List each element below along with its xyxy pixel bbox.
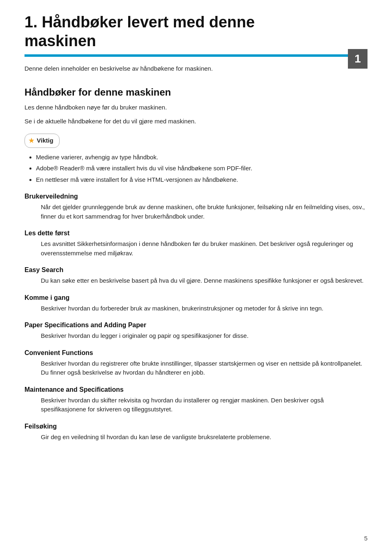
entry-title-5: Paper Specifications and Adding Paper: [24, 320, 368, 330]
chapter-title-line1: 1. Håndbøker levert med denne: [24, 13, 255, 31]
entry-les-dette-forst: Les dette først Les avsnittet Sikkerhets…: [24, 228, 368, 258]
entry-easy-search: Easy Search Du kan søke etter en beskriv…: [24, 265, 368, 286]
chapter-title-line2: maskinen: [24, 32, 96, 49]
entry-title-4: Komme i gang: [24, 293, 368, 303]
bullet-item-2: Adobe® Reader® må være installert hvis d…: [36, 164, 368, 173]
entry-body-2: Les avsnittet Sikkerhetsinformasjon i de…: [24, 239, 368, 258]
entry-body-1: Når det gjelder grunnleggende bruk av de…: [24, 203, 368, 221]
viktig-box: ★ Viktig: [24, 134, 60, 148]
section-note: Se i de aktuelle håndbøkene for det du v…: [24, 117, 368, 126]
bullet-list: Mediene varierer, avhengig av type håndb…: [36, 153, 368, 185]
bullet-item-3: En nettleser må være installert for å vi…: [36, 175, 368, 185]
entry-title-1: Brukerveiledning: [24, 192, 368, 201]
entry-title-6: Convenient Functions: [24, 348, 368, 358]
page-container: 1. Håndbøker levert med denne maskinen D…: [0, 0, 392, 556]
entry-title-7: Maintenance and Specifications: [24, 385, 368, 395]
entry-title-8: Feilsøking: [24, 422, 368, 431]
entry-body-5: Beskriver hvordan du legger i originaler…: [24, 331, 368, 341]
entry-brukerveiledning: Brukerveiledning Når det gjelder grunnle…: [24, 192, 368, 221]
section-heading: Håndbøker for denne maskinen: [24, 85, 368, 100]
entry-title-2: Les dette først: [24, 228, 368, 238]
bullet-item-1: Mediene varierer, avhengig av type håndb…: [36, 153, 368, 162]
section-intro: Les denne håndboken nøye før du bruker m…: [24, 103, 368, 112]
entry-title-3: Easy Search: [24, 265, 368, 275]
entry-body-6: Beskriver hvordan du registrerer ofte br…: [24, 359, 368, 377]
entry-maintenance: Maintenance and Specifications Beskriver…: [24, 385, 368, 414]
viktig-label: Viktig: [37, 136, 53, 145]
entry-komme-i-gang: Komme i gang Beskriver hvordan du forber…: [24, 293, 368, 313]
page-number: 5: [364, 534, 368, 543]
chapter-title: 1. Håndbøker levert med denne maskinen: [24, 13, 368, 50]
entries-list: Brukerveiledning Når det gjelder grunnle…: [24, 192, 368, 442]
entry-convenient-functions: Convenient Functions Beskriver hvordan d…: [24, 348, 368, 377]
entry-paper-specs: Paper Specifications and Adding Paper Be…: [24, 320, 368, 341]
chapter-header: 1. Håndbøker levert med denne maskinen: [24, 13, 368, 50]
entry-body-8: Gir deg en veiledning til hvordan du kan…: [24, 433, 368, 442]
entry-body-7: Beskriver hvordan du skifter rekvisita o…: [24, 396, 368, 414]
entry-body-4: Beskriver hvordan du forbereder bruk av …: [24, 304, 368, 313]
chapter-subtitle: Denne delen inneholder en beskrivelse av…: [24, 64, 368, 74]
blue-rule-divider: [24, 54, 368, 57]
viktig-star-icon: ★: [28, 135, 35, 146]
section-badge: 1: [348, 49, 368, 69]
entry-feilsoking: Feilsøking Gir deg en veiledning til hvo…: [24, 422, 368, 442]
entry-body-3: Du kan søke etter en beskrivelse basert …: [24, 276, 368, 286]
